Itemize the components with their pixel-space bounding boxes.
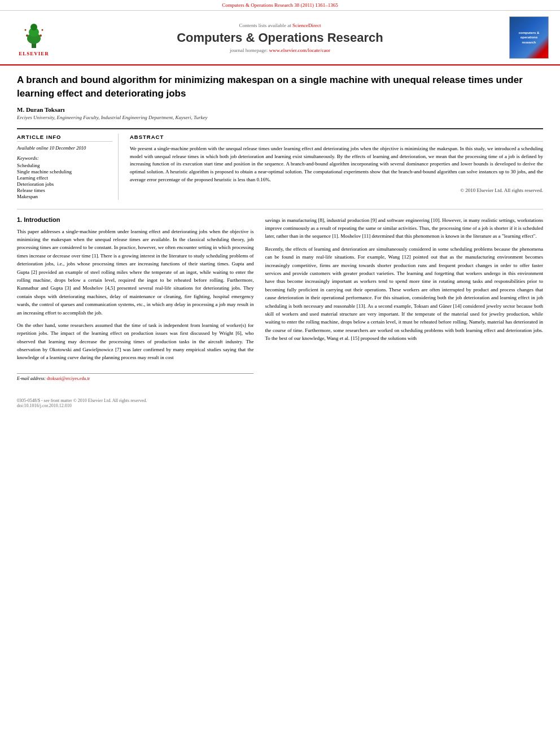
svg-point-3	[30, 24, 37, 30]
keywords-list: Scheduling Single machine scheduling Lea…	[17, 163, 112, 199]
keyword-single-machine: Single machine scheduling	[17, 169, 112, 174]
copyright-line: © 2010 Elsevier Ltd. All rights reserved…	[130, 187, 543, 193]
keyword-makespan: Makespan	[17, 194, 112, 199]
sciencedirect-link[interactable]: ScienceDirect	[292, 23, 321, 28]
journal-title: Computers & Operations Research	[56, 30, 504, 45]
journal-citation: Computers & Operations Research 38 (2011…	[0, 0, 560, 11]
svg-point-7	[42, 29, 43, 31]
article-info-header: ARTICLE INFO	[17, 134, 112, 142]
svg-point-4	[26, 34, 28, 37]
paper-author: M. Duran Toksarı	[17, 106, 543, 113]
svg-point-6	[25, 29, 27, 31]
body-columns: 1. Introduction This paper addresses a s…	[17, 209, 543, 408]
issn-line: 0305-0548/$ - see front matter © 2010 El…	[17, 398, 253, 408]
keyword-learning: Learning effect	[17, 175, 112, 181]
journal-title-area: Contents lists available at ScienceDirec…	[56, 23, 504, 53]
author-email[interactable]: dtoksari@erciyes.edu.tr	[47, 376, 90, 381]
intro-para-1: This paper addresses a single-machine pr…	[17, 228, 253, 317]
journal-cover-thumbnail: computers & operations research	[504, 16, 549, 59]
available-online: Available online 10 December 2010	[17, 145, 112, 151]
intro-para-2: On the other hand, some researchers assu…	[17, 321, 253, 362]
right-para-1: savings in manufacturing [8], industrial…	[265, 216, 543, 241]
keywords-label: Keywords:	[17, 155, 112, 161]
keyword-release: Release times	[17, 187, 112, 193]
right-column: savings in manufacturing [8], industrial…	[265, 216, 543, 408]
elsevier-logo-area: ELSEVIER	[11, 19, 56, 56]
paper-content: A branch and bound algorithm for minimiz…	[0, 65, 560, 420]
left-column: 1. Introduction This paper addresses a s…	[17, 216, 253, 408]
contents-line: Contents lists available at ScienceDirec…	[56, 23, 504, 28]
cover-text: computers & operations research	[519, 30, 540, 45]
right-para-2: Recently, the effects of learning and de…	[265, 245, 543, 343]
elsevier-tree-icon	[17, 19, 51, 50]
keyword-deterioration: Deterioration jobs	[17, 181, 112, 187]
issn-text: 0305-0548/$ - see front matter © 2010 El…	[17, 398, 253, 403]
cover-image: computers & operations research	[509, 16, 549, 59]
doi-text: doi:10.1016/j.cor.2010.12.010	[17, 403, 253, 408]
abstract-text: We present a single-machine problem with…	[130, 145, 543, 185]
keyword-scheduling: Scheduling	[17, 163, 112, 168]
intro-heading: 1. Introduction	[17, 216, 253, 223]
journal-homepage: journal homepage: www.elsevier.com/locat…	[56, 47, 504, 53]
paper-affiliation: Erciyes University, Engineering Faculty,…	[17, 115, 543, 120]
abstract-column: ABSTRACT We present a single-machine pro…	[130, 134, 543, 200]
article-info-column: ARTICLE INFO Available online 10 Decembe…	[17, 134, 119, 200]
paper-title: A branch and bound algorithm for minimiz…	[17, 73, 543, 101]
footnote-area: E-mail address: dtoksari@erciyes.edu.tr	[17, 373, 253, 381]
email-label: E-mail address:	[17, 376, 47, 381]
elsevier-wordmark: ELSEVIER	[19, 51, 49, 56]
abstract-header: ABSTRACT	[130, 134, 543, 142]
svg-point-5	[40, 34, 42, 37]
homepage-url[interactable]: www.elsevier.com/locate/caor	[269, 47, 330, 53]
article-info-abstract-row: ARTICLE INFO Available online 10 Decembe…	[17, 128, 543, 200]
journal-header: ELSEVIER Contents lists available at Sci…	[0, 11, 560, 65]
